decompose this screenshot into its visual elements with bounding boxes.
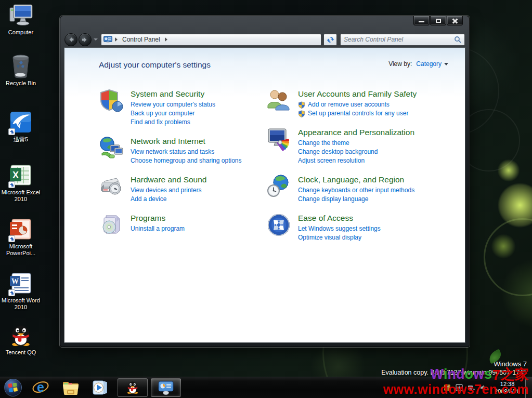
task-link[interactable]: Optimize visual display bbox=[298, 233, 381, 242]
back-arrow-icon bbox=[68, 36, 74, 43]
minimize-button[interactable] bbox=[413, 16, 430, 25]
category-programs: Programs Uninstall a program bbox=[99, 213, 266, 237]
uac-shield-icon bbox=[298, 110, 305, 117]
shortcut-arrow-icon bbox=[8, 128, 15, 135]
taskbar-explorer-button[interactable] bbox=[57, 378, 84, 397]
ease-of-access-icon[interactable] bbox=[266, 213, 291, 237]
window-titlebar[interactable] bbox=[60, 16, 469, 32]
view-by-dropdown[interactable]: Category bbox=[416, 60, 442, 68]
close-button[interactable] bbox=[447, 16, 463, 25]
desktop-icon-xunlei[interactable]: 迅雷5 bbox=[1, 110, 41, 143]
qq-icon bbox=[1, 323, 41, 348]
category-appearance: Appearance and Personalization Change th… bbox=[266, 127, 443, 165]
uac-shield-icon bbox=[298, 101, 305, 109]
task-link[interactable]: Add a device bbox=[131, 195, 207, 204]
category-title[interactable]: Appearance and Personalization bbox=[298, 128, 414, 137]
computer-icon bbox=[1, 3, 41, 28]
task-link[interactable]: View devices and printers bbox=[131, 186, 207, 195]
desktop-icon-label: Microsoft Word 2010 bbox=[1, 297, 41, 311]
forward-arrow-icon bbox=[82, 36, 88, 43]
desktop: Computer Recycle Bin bbox=[0, 0, 532, 398]
task-link[interactable]: Add or remove user accounts bbox=[308, 100, 390, 109]
folder-icon bbox=[62, 380, 80, 395]
task-link[interactable]: Change keyboards or other input methods bbox=[298, 186, 414, 195]
category-title[interactable]: Hardware and Sound bbox=[131, 175, 207, 184]
recent-pages-dropdown-icon[interactable] bbox=[94, 38, 98, 41]
category-system-security: System and Security Review your computer… bbox=[99, 88, 266, 127]
user-accounts-icon[interactable] bbox=[266, 88, 291, 113]
programs-icon[interactable] bbox=[99, 213, 124, 237]
category-user-accounts: User Accounts and Family Safety bbox=[266, 88, 443, 118]
search-icon[interactable] bbox=[454, 36, 461, 43]
category-title[interactable]: User Accounts and Family Safety bbox=[298, 89, 417, 99]
desktop-icon-label: Microsoft Excel 2010 bbox=[1, 189, 41, 203]
watermark-url: www.windows7en.com bbox=[383, 383, 529, 396]
shortcut-arrow-icon bbox=[8, 181, 15, 188]
category-title[interactable]: Ease of Access bbox=[298, 214, 353, 223]
address-bar[interactable]: Control Panel bbox=[101, 34, 321, 46]
task-link[interactable]: Review your computer's status bbox=[131, 100, 215, 109]
task-link[interactable]: View network status and tasks bbox=[131, 148, 241, 156]
shortcut-arrow-icon bbox=[8, 235, 15, 242]
control-panel-content: Adjust your computer's settings View by:… bbox=[64, 47, 465, 343]
minimize-icon bbox=[419, 21, 424, 22]
breadcrumb[interactable]: Control Panel bbox=[122, 36, 160, 43]
task-link[interactable]: Find and fix problems bbox=[131, 118, 215, 127]
hardware-sound-icon[interactable] bbox=[99, 174, 124, 199]
breadcrumb-arrow-icon[interactable] bbox=[165, 37, 167, 42]
windows-start-orb-icon bbox=[4, 379, 22, 396]
task-link[interactable]: Change the theme bbox=[298, 139, 414, 148]
taskbar-media-player-button[interactable] bbox=[87, 378, 114, 397]
task-link[interactable]: Set up parental controls for any user bbox=[308, 109, 408, 118]
category-title[interactable]: Network and Internet bbox=[131, 137, 205, 146]
category-hardware-sound: Hardware and Sound View devices and prin… bbox=[99, 174, 266, 204]
desktop-icon-excel[interactable]: X Microsoft Excel 2010 bbox=[1, 163, 41, 203]
category-clock-language: Clock, Language, and Region Change keybo… bbox=[266, 174, 443, 204]
svg-text:X: X bbox=[12, 170, 19, 180]
control-panel-window: Control Panel Adjust y bbox=[60, 16, 470, 347]
desktop-icon-qq[interactable]: Tencent QQ bbox=[1, 323, 41, 356]
appearance-icon[interactable] bbox=[266, 127, 291, 152]
task-link[interactable]: Change desktop background bbox=[298, 148, 414, 156]
taskbar-control-panel-button[interactable] bbox=[151, 378, 181, 397]
chevron-down-icon[interactable] bbox=[444, 63, 448, 65]
category-title[interactable]: Programs bbox=[131, 214, 165, 223]
windows7-home-watermark: Windows7之家 www.windows7en.com bbox=[383, 367, 529, 396]
system-security-icon[interactable] bbox=[99, 88, 124, 113]
desktop-icon-word[interactable]: W Microsoft Word 2010 bbox=[1, 271, 41, 311]
taskbar-qq-button[interactable] bbox=[118, 378, 148, 397]
search-input[interactable] bbox=[344, 36, 454, 43]
desktop-icon-powerpoint[interactable]: Microsoft PowerPoi... bbox=[1, 217, 41, 257]
taskbar-internet-explorer-button[interactable]: e bbox=[27, 378, 54, 397]
refresh-button[interactable] bbox=[323, 34, 337, 46]
network-internet-icon[interactable] bbox=[99, 136, 124, 161]
task-link[interactable]: Choose homegroup and sharing options bbox=[131, 156, 241, 165]
task-link[interactable]: Let Windows suggest settings bbox=[298, 224, 381, 233]
task-link[interactable]: Back up your computer bbox=[131, 109, 215, 118]
forward-button[interactable] bbox=[79, 33, 92, 46]
back-button[interactable] bbox=[64, 33, 77, 46]
task-link[interactable]: Adjust screen resolution bbox=[298, 156, 414, 165]
internet-explorer-icon: e bbox=[32, 379, 49, 396]
xunlei-icon bbox=[1, 110, 41, 135]
refresh-icon bbox=[327, 36, 334, 44]
category-title[interactable]: Clock, Language, and Region bbox=[298, 175, 404, 184]
recycle-bin-icon bbox=[1, 54, 41, 79]
svg-text:W: W bbox=[11, 277, 19, 285]
clock-language-region-icon[interactable] bbox=[266, 174, 291, 199]
control-panel-icon bbox=[158, 380, 174, 395]
powerpoint-icon bbox=[1, 217, 41, 242]
desktop-icon-label: Recycle Bin bbox=[1, 80, 41, 87]
task-link[interactable]: Uninstall a program bbox=[131, 224, 185, 233]
search-box[interactable] bbox=[340, 34, 465, 46]
qq-icon bbox=[126, 380, 139, 395]
start-button[interactable] bbox=[2, 378, 24, 397]
maximize-button[interactable] bbox=[430, 16, 446, 25]
watermark-brand: Windows7之家 bbox=[383, 367, 529, 381]
task-link[interactable]: Change display language bbox=[298, 195, 414, 204]
desktop-icon-computer[interactable]: Computer bbox=[1, 3, 41, 36]
desktop-icon-recycle-bin[interactable]: Recycle Bin bbox=[1, 54, 41, 87]
category-title[interactable]: System and Security bbox=[131, 89, 204, 99]
shortcut-arrow-icon bbox=[8, 289, 15, 296]
view-by-label: View by: bbox=[388, 60, 412, 68]
